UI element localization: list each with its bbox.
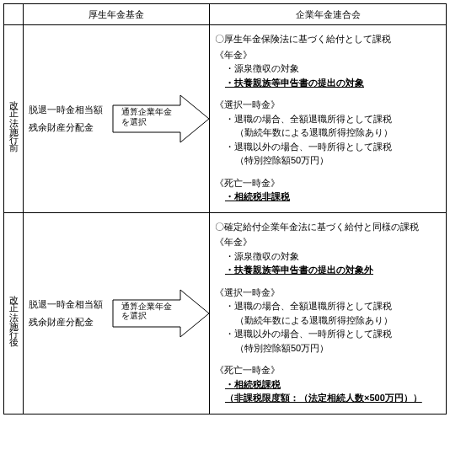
- arrow-before: 通算企業年金を選択: [111, 94, 209, 144]
- mid-lines: 脱退一時金相当額 残余財産分配金: [29, 296, 111, 331]
- mid-line1: 脱退一時金相当額: [29, 101, 111, 119]
- sec-shibo: 《死亡一時金》: [215, 176, 441, 190]
- title-line: 〇厚生年金保険法に基づく給付として課税: [215, 32, 441, 46]
- bullet: ・源泉徴収の対象: [215, 62, 441, 76]
- header-col-mid: 厚生年金基金: [24, 4, 210, 24]
- title-line: 〇確定給付企業年金法に基づく給付と同様の課税: [215, 220, 441, 234]
- sec-shibo: 《死亡一時金》: [215, 363, 441, 377]
- underline-text: ・相続税課税: [215, 377, 441, 392]
- underline-text: ・相続税非課税: [215, 190, 441, 204]
- comparison-table: 厚生年金基金 企業年金連合会 改正法施行前 脱退一時金相当額 残余財産分配金 通…: [3, 3, 447, 414]
- underline-text: ・扶養親族等申告書の提出の対象外: [215, 263, 441, 277]
- bullet: ・退職以外の場合、一時所得として課税: [215, 140, 441, 154]
- sec-nenkin: 《年金》: [215, 48, 441, 62]
- mid-line2: 残余財産分配金: [29, 313, 111, 331]
- mid-line2: 残余財産分配金: [29, 119, 111, 136]
- mid-cell-before: 脱退一時金相当額 残余財産分配金 通算企業年金を選択: [24, 25, 210, 212]
- bullet: ・退職の場合、全額退職所得として課税: [215, 299, 441, 313]
- side-label-text: 改正法施行前: [8, 94, 20, 144]
- note: （勤続年数による退職所得控除あり）: [215, 126, 441, 140]
- underline-text: （非課税限度額：（法定相続人数×500万円））: [215, 391, 441, 405]
- note: （特別控除額50万円）: [215, 153, 441, 168]
- bullet: ・源泉徴収の対象: [215, 249, 441, 264]
- underline-text: ・扶養親族等申告書の提出の対象: [215, 76, 441, 90]
- mid-cell-after: 脱退一時金相当額 残余財産分配金 通算企業年金を選択: [24, 213, 210, 414]
- note: （特別控除額50万円）: [215, 341, 441, 356]
- row-after: 改正法施行後 脱退一時金相当額 残余財産分配金 通算企業年金を選択 〇確定給付企…: [4, 213, 446, 414]
- row-before: 改正法施行前 脱退一時金相当額 残余財産分配金 通算企業年金を選択 〇厚生年金保…: [4, 25, 446, 213]
- right-cell-before: 〇厚生年金保険法に基づく給付として課税 《年金》 ・源泉徴収の対象 ・扶養親族等…: [210, 25, 446, 212]
- sec-nenkin: 《年金》: [215, 235, 441, 249]
- note: （勤続年数による退職所得控除あり）: [215, 313, 441, 328]
- header-col-right: 企業年金連合会: [210, 4, 446, 24]
- bullet: ・退職の場合、全額退職所得として課税: [215, 112, 441, 126]
- arrow-after: 通算企業年金を選択: [111, 288, 209, 339]
- bullet: ・退職以外の場合、一時所得として課税: [215, 327, 441, 341]
- right-cell-after: 〇確定給付企業年金法に基づく給付と同様の課税 《年金》 ・源泉徴収の対象 ・扶養…: [210, 213, 446, 414]
- sec-sentaku: 《選択一時金》: [215, 286, 441, 300]
- mid-lines: 脱退一時金相当額 残余財産分配金: [29, 101, 111, 136]
- mid-line1: 脱退一時金相当額: [29, 296, 111, 313]
- arrow-label: 通算企業年金を選択: [121, 107, 172, 127]
- header-corner: [4, 4, 24, 24]
- sec-sentaku: 《選択一時金》: [215, 98, 441, 112]
- side-label-before: 改正法施行前: [4, 25, 24, 212]
- arrow-label: 通算企業年金を選択: [121, 302, 172, 322]
- table-header: 厚生年金基金 企業年金連合会: [4, 4, 446, 25]
- side-label-after: 改正法施行後: [4, 213, 24, 414]
- side-label-text: 改正法施行後: [8, 288, 20, 339]
